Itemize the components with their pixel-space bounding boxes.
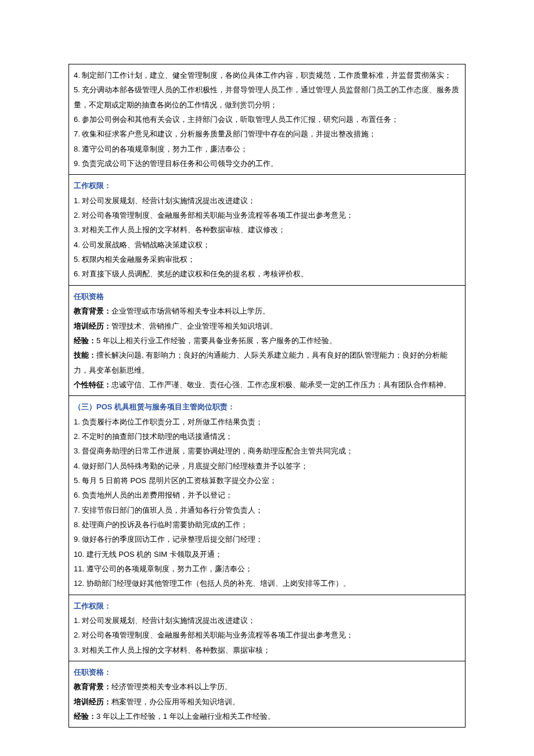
pos-duties-cell: （三）POS 机具租赁与服务项目主管岗位职责： 1. 负责履行本岗位工作职责分工… [68, 396, 466, 595]
training-text: 管理技术、营销推广、企业管理等相关知识培训。 [111, 322, 277, 330]
pos-duty-item: 1. 负责履行本岗位工作职责分工，对所做工作结果负责； [74, 415, 460, 429]
skill-label: 技能： [74, 351, 96, 359]
qualification-heading: 任职资格 [74, 289, 460, 304]
skill-line: 技能：擅长解决问题, 有影响力；良好的沟通能力、人际关系建立能力，具有良好的团队… [74, 348, 460, 377]
qualification-heading-2: 任职资格： [74, 665, 460, 679]
training-label: 培训经历： [74, 322, 111, 330]
experience-line: 经验：5 年以上相关行业工作经验，需要具备业务拓展，客户服务的工作经验。 [74, 333, 460, 348]
authority-heading-2: 工作权限： [74, 599, 460, 613]
pos-duty-item: 7. 安排节假日部门的值班人员，并通知各行分管负责人； [74, 503, 460, 517]
authority-item: 6. 对直接下级人员调配、奖惩的建议权和任免的提名权，考核评价权。 [74, 267, 460, 281]
duty-item: 6. 参加公司例会和其他有关会议，主持部门会议，听取管理人员工作汇报，研究问题，… [74, 112, 460, 127]
pos-duty-item: 8. 处理商户的投诉及各行临时需要协助完成的工作； [74, 517, 460, 532]
duty-item: 5. 充分调动本部各级管理人员的工作积极性，并督导管理人员工作，通过管理人员监督… [74, 82, 460, 112]
personality-label: 个性特征： [74, 380, 111, 389]
education-text: 企业管理或市场营销等相关专业本科以上学历。 [111, 307, 270, 315]
experience-text-2: 3 年以上工作经验，1 年以上金融行业相关工作经验。 [96, 712, 275, 721]
qualification-cell-1: 任职资格 教育背景：企业管理或市场营销等相关专业本科以上学历。 培训经历：管理技… [68, 286, 466, 396]
duty-item: 8. 遵守公司的各项规章制度，努力工作，廉洁奉公； [74, 142, 460, 156]
authority-item: 2. 对公司各项管理制度、金融服务部相关职能与业务流程等各项工作提出参考意见； [74, 208, 460, 222]
pos-duty-item: 10. 建行无线 POS 机的 SIM 卡领取及开通； [74, 547, 460, 561]
qualification-cell-2: 任职资格： 教育背景：经济管理类相关专业本科以上学历。 培训经历：档案管理，办公… [68, 661, 466, 728]
authority-heading: 工作权限： [74, 178, 460, 193]
experience-text: 5 年以上相关行业工作经验，需要具备业务拓展，客户服务的工作经验。 [96, 336, 337, 345]
training-line: 培训经历：管理技术、营销推广、企业管理等相关知识培训。 [74, 319, 460, 333]
authority-item: 2. 对公司各项管理制度、金融服务部相关职能与业务流程等各项工作提出参考意见； [74, 628, 460, 642]
duties-continued-cell: 4. 制定部门工作计划，建立、健全管理制度，各岗位具体工作内容，职责规范，工作质… [68, 64, 466, 175]
skill-text: 擅长解决问题, 有影响力；良好的沟通能力、人际关系建立能力，具有良好的团队管理能… [74, 351, 448, 374]
authority-item: 4. 公司发展战略、营销战略决策建议权； [74, 237, 460, 252]
education-line-2: 教育背景：经济管理类相关专业本科以上学历。 [74, 679, 460, 694]
pos-duty-item: 5. 每月 5 日前将 POS 昆明片区的工资核算数字提交办公室； [74, 473, 460, 488]
experience-label-2: 经验： [74, 712, 96, 721]
education-text-2: 经济管理类相关专业本科以上学历。 [111, 682, 232, 691]
training-text-2: 档案管理，办公应用等相关知识培训。 [111, 697, 240, 706]
pos-duty-item: 12. 协助部门经理做好其他管理工作（包括人员的补充、培训、上岗安排等工作）。 [74, 576, 460, 591]
pos-duty-item: 4. 做好部门人员特殊考勤的记录，月底提交部门经理核查并予以签字； [74, 459, 460, 473]
pos-duty-item: 6. 负责地州人员的出差费用报销，并予以登记； [74, 488, 460, 502]
authority-item: 3. 对相关工作人员上报的文字材料、各种数据审核、建议修改； [74, 222, 460, 237]
education-label: 教育背景： [74, 307, 111, 315]
pos-duty-item: 9. 做好各行的季度回访工作，记录整理后提交部门经理； [74, 532, 460, 546]
authority-item: 5. 权限内相关金融服务采购审批权； [74, 252, 460, 267]
pos-duties-heading: （三）POS 机具租赁与服务项目主管岗位职责： [74, 399, 460, 414]
pos-duty-item: 11. 遵守公司的各项规章制度，努力工作，廉洁奉公； [74, 561, 460, 576]
personality-line: 个性特征：忠诚守信、工作严谨、敬业、责任心强、工作态度积极、能承受一定的工作压力… [74, 377, 460, 392]
training-line-2: 培训经历：档案管理，办公应用等相关知识培训。 [74, 694, 460, 709]
authority-item: 3. 对相关工作人员上报的文字材料、各种数据、票据审核； [74, 643, 460, 657]
authority-cell-1: 工作权限： 1. 对公司发展规划、经营计划实施情况提出改进建议； 2. 对公司各… [68, 175, 466, 285]
authority-cell-2: 工作权限： 1. 对公司发展规划、经营计划实施情况提出改进建议； 2. 对公司各… [68, 595, 466, 661]
duty-item: 4. 制定部门工作计划，建立、健全管理制度，各岗位具体工作内容，职责规范，工作质… [74, 68, 460, 82]
duty-item: 7. 收集和征求客户意见和建议，分析服务质量及部门管理中存在的问题，并提出整改措… [74, 127, 460, 141]
personality-text: 忠诚守信、工作严谨、敬业、责任心强、工作态度积极、能承受一定的工作压力；具有团队… [111, 380, 451, 389]
training-label-2: 培训经历： [74, 697, 111, 706]
document-page: 4. 制定部门工作计划，建立、健全管理制度，各岗位具体工作内容，职责规范，工作质… [0, 0, 534, 756]
education-label-2: 教育背景： [74, 682, 111, 691]
experience-line-2: 经验：3 年以上工作经验，1 年以上金融行业相关工作经验。 [74, 709, 460, 723]
authority-item: 1. 对公司发展规划、经营计划实施情况提出改进建议； [74, 613, 460, 628]
pos-duty-item: 2. 不定时的抽查部门技术助理的电话接通情况； [74, 429, 460, 444]
pos-duty-item: 3. 督促商务助理的日常工作进展，需要协调处理的，商务助理应配合主管共同完成； [74, 444, 460, 458]
experience-label: 经验： [74, 336, 96, 345]
duty-item: 9. 负责完成公司下达的管理目标任务和公司领导交办的工作。 [74, 156, 460, 171]
education-line: 教育背景：企业管理或市场营销等相关专业本科以上学历。 [74, 304, 460, 318]
authority-item: 1. 对公司发展规划、经营计划实施情况提出改进建议； [74, 193, 460, 208]
